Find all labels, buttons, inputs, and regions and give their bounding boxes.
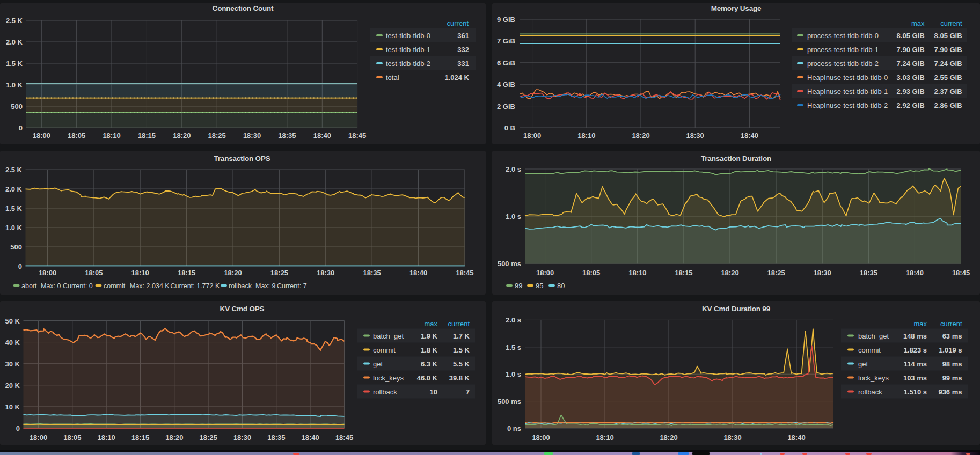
svg-text:Transaction Duration: Transaction Duration: [701, 155, 771, 163]
svg-text:0 B: 0 B: [504, 124, 515, 132]
svg-text:abort: abort: [21, 282, 37, 290]
svg-text:process-test-tidb-tidb-0: process-test-tidb-tidb-0: [807, 32, 879, 40]
svg-text:80: 80: [557, 282, 565, 290]
svg-text:0: 0: [19, 124, 23, 132]
svg-text:18:40: 18:40: [787, 434, 805, 442]
svg-text:KV Cmd Duration 99: KV Cmd Duration 99: [702, 305, 770, 313]
svg-text:1.8 K: 1.8 K: [421, 346, 438, 354]
svg-text:18:30: 18:30: [317, 269, 334, 277]
svg-text:18:10: 18:10: [628, 269, 646, 277]
svg-text:18:35: 18:35: [278, 131, 296, 140]
svg-text:get: get: [373, 360, 383, 368]
svg-text:7: 7: [466, 388, 470, 396]
svg-text:HeapInuse-test-tidb-tidb-1: HeapInuse-test-tidb-tidb-1: [807, 87, 888, 96]
svg-text:18:10: 18:10: [596, 434, 613, 442]
svg-text:2.0 K: 2.0 K: [5, 185, 23, 193]
svg-text:18:10: 18:10: [103, 131, 120, 140]
svg-text:1.9 K: 1.9 K: [421, 332, 438, 340]
svg-text:6.3 K: 6.3 K: [421, 360, 438, 368]
svg-text:get: get: [858, 360, 868, 368]
svg-text:1.510 s: 1.510 s: [904, 388, 927, 396]
svg-text:9 GiB: 9 GiB: [497, 16, 515, 24]
svg-text:Current: 7: Current: 7: [277, 282, 307, 290]
svg-text:148 ms: 148 ms: [903, 332, 927, 340]
svg-text:2.86 GiB: 2.86 GiB: [934, 101, 962, 109]
svg-text:2.0 K: 2.0 K: [6, 38, 23, 46]
svg-text:10: 10: [430, 388, 437, 396]
svg-text:Transaction OPS: Transaction OPS: [214, 155, 270, 163]
svg-text:18:05: 18:05: [85, 269, 103, 277]
svg-text:18:25: 18:25: [208, 131, 226, 140]
svg-text:2.0 s: 2.0 s: [506, 316, 521, 324]
svg-text:18:25: 18:25: [199, 434, 217, 442]
svg-text:8.05 GiB: 8.05 GiB: [934, 32, 962, 40]
svg-text:18:20: 18:20: [632, 131, 649, 140]
svg-text:18:30: 18:30: [233, 434, 251, 442]
svg-text:18:20: 18:20: [660, 434, 677, 442]
svg-text:0: 0: [18, 262, 22, 270]
svg-text:936 ms: 936 ms: [938, 388, 962, 396]
svg-text:1.823 s: 1.823 s: [904, 346, 927, 354]
svg-text:KV Cmd OPS: KV Cmd OPS: [220, 305, 265, 313]
svg-text:99: 99: [515, 282, 522, 290]
svg-text:500: 500: [11, 102, 23, 111]
svg-text:rollback: rollback: [373, 388, 397, 396]
svg-text:1.019 s: 1.019 s: [939, 346, 962, 354]
svg-text:18:00: 18:00: [536, 269, 554, 277]
svg-text:18:10: 18:10: [98, 434, 115, 442]
svg-text:1.024 K: 1.024 K: [444, 74, 469, 82]
svg-text:commit: commit: [858, 346, 881, 354]
svg-text:18:00: 18:00: [532, 434, 550, 442]
svg-text:Current: 0: Current: 0: [63, 282, 93, 290]
svg-text:2.55 GiB: 2.55 GiB: [934, 74, 962, 82]
svg-text:18:35: 18:35: [363, 269, 381, 277]
svg-text:current: current: [940, 320, 962, 328]
svg-text:99 ms: 99 ms: [942, 374, 962, 382]
svg-text:18:05: 18:05: [582, 269, 600, 277]
svg-text:332: 332: [457, 46, 469, 54]
svg-text:18:00: 18:00: [30, 434, 47, 442]
svg-text:30 K: 30 K: [5, 360, 20, 368]
svg-text:46.0 K: 46.0 K: [417, 374, 438, 382]
svg-text:7.24 GiB: 7.24 GiB: [897, 60, 925, 68]
svg-text:current: current: [448, 320, 470, 328]
svg-text:total: total: [386, 74, 399, 82]
svg-text:18:20: 18:20: [224, 269, 242, 277]
svg-text:18:05: 18:05: [68, 131, 85, 140]
svg-text:process-test-tidb-tidb-1: process-test-tidb-tidb-1: [807, 46, 879, 54]
svg-text:current: current: [447, 19, 469, 27]
svg-text:18:10: 18:10: [577, 131, 595, 140]
svg-text:test-tidb-tidb-1: test-tidb-tidb-1: [386, 46, 430, 54]
svg-text:HeapInuse-test-tidb-tidb-0: HeapInuse-test-tidb-tidb-0: [807, 74, 888, 82]
svg-text:18:40: 18:40: [301, 434, 319, 442]
svg-text:20 K: 20 K: [5, 381, 20, 390]
svg-text:18:00: 18:00: [523, 131, 541, 140]
svg-text:0: 0: [16, 424, 20, 432]
svg-text:18:25: 18:25: [767, 269, 785, 277]
svg-text:98 ms: 98 ms: [942, 360, 962, 368]
svg-text:1.0 s: 1.0 s: [506, 370, 521, 378]
svg-text:7.90 GiB: 7.90 GiB: [934, 46, 962, 54]
svg-text:8.05 GiB: 8.05 GiB: [897, 32, 925, 40]
svg-text:18:15: 18:15: [138, 131, 156, 140]
svg-text:18:40: 18:40: [741, 131, 758, 140]
svg-text:18:00: 18:00: [39, 269, 56, 277]
svg-text:2.5 K: 2.5 K: [6, 17, 23, 25]
svg-text:Max: 0: Max: 0: [41, 282, 61, 290]
svg-text:Max: 2.034 K: Max: 2.034 K: [130, 282, 170, 290]
svg-text:63 ms: 63 ms: [942, 332, 962, 340]
svg-text:18:45: 18:45: [456, 269, 473, 277]
svg-text:HeapInuse-test-tidb-tidb-2: HeapInuse-test-tidb-tidb-2: [807, 101, 888, 109]
svg-text:18:00: 18:00: [33, 131, 50, 140]
svg-text:test-tidb-tidb-0: test-tidb-tidb-0: [386, 32, 430, 40]
svg-text:commit: commit: [373, 346, 396, 354]
svg-text:lock_keys: lock_keys: [373, 374, 404, 382]
svg-text:18:45: 18:45: [348, 131, 366, 140]
svg-text:1.5 s: 1.5 s: [506, 343, 521, 351]
svg-text:current: current: [940, 19, 962, 27]
svg-text:2.0 s: 2.0 s: [506, 165, 521, 173]
svg-text:Max: 9: Max: 9: [255, 282, 276, 290]
svg-text:18:30: 18:30: [814, 269, 831, 277]
svg-text:18:40: 18:40: [409, 269, 427, 277]
svg-text:lock_keys: lock_keys: [858, 374, 889, 382]
